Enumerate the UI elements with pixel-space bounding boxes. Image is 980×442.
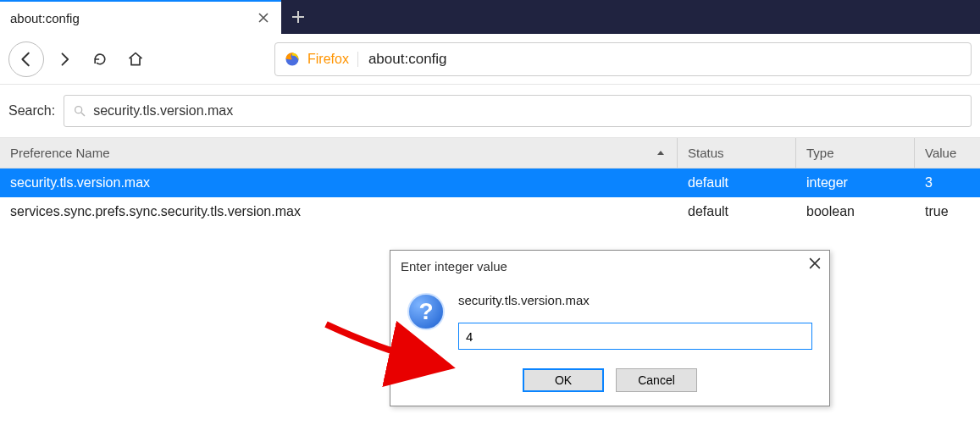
cell-name: services.sync.prefs.sync.security.tls.ve… bbox=[0, 204, 678, 219]
close-icon[interactable] bbox=[256, 10, 271, 25]
dialog-title-bar: Enter integer value bbox=[390, 251, 829, 281]
nav-toolbar: Firefox about:config bbox=[0, 34, 980, 85]
col-type[interactable]: Type bbox=[796, 138, 915, 168]
tab-title: about:config bbox=[10, 11, 256, 25]
close-icon[interactable] bbox=[809, 257, 821, 272]
ok-button[interactable]: OK bbox=[523, 368, 604, 392]
dialog-actions: OK Cancel bbox=[390, 356, 829, 406]
dialog-title: Enter integer value bbox=[401, 259, 507, 273]
dialog-pref-name: security.tls.version.max bbox=[458, 293, 812, 307]
cell-status: default bbox=[678, 204, 796, 219]
prefs-table-header: Preference Name Status Type Value bbox=[0, 138, 980, 169]
tab-active[interactable]: about:config bbox=[0, 0, 281, 34]
cell-value: true bbox=[915, 204, 980, 219]
table-row[interactable]: security.tls.version.max default integer… bbox=[0, 169, 980, 197]
firefox-icon bbox=[284, 51, 301, 68]
home-button[interactable] bbox=[120, 44, 151, 75]
forward-button[interactable] bbox=[49, 44, 80, 75]
cell-value: 3 bbox=[915, 175, 980, 191]
question-icon: ? bbox=[407, 293, 445, 330]
col-status[interactable]: Status bbox=[678, 138, 796, 168]
search-input[interactable]: security.tls.version.max bbox=[64, 95, 972, 127]
col-value[interactable]: Value bbox=[915, 138, 980, 168]
reload-button[interactable] bbox=[85, 44, 115, 75]
integer-value-dialog: Enter integer value ? security.tls.versi… bbox=[390, 250, 830, 406]
cell-type: integer bbox=[796, 175, 915, 191]
search-value: security.tls.version.max bbox=[93, 103, 233, 119]
urlbar-text: about:config bbox=[365, 51, 447, 68]
cancel-button[interactable]: Cancel bbox=[616, 368, 697, 392]
tab-strip: about:config bbox=[0, 0, 980, 34]
cell-name: security.tls.version.max bbox=[0, 175, 678, 191]
svg-point-1 bbox=[75, 107, 82, 113]
cell-status: default bbox=[678, 175, 796, 191]
urlbar-brand: Firefox bbox=[307, 52, 358, 67]
dialog-body: ? security.tls.version.max bbox=[390, 281, 829, 356]
cell-type: boolean bbox=[796, 204, 915, 219]
back-button[interactable] bbox=[8, 41, 44, 77]
dialog-value-input[interactable] bbox=[458, 323, 812, 350]
config-search-row: Search: security.tls.version.max bbox=[0, 85, 980, 138]
search-label: Search: bbox=[8, 103, 55, 119]
new-tab-button[interactable] bbox=[281, 0, 315, 34]
url-bar[interactable]: Firefox about:config bbox=[274, 42, 972, 76]
table-row[interactable]: services.sync.prefs.sync.security.tls.ve… bbox=[0, 197, 980, 226]
col-name[interactable]: Preference Name bbox=[0, 138, 678, 168]
search-icon bbox=[73, 104, 86, 118]
sort-asc-icon bbox=[656, 146, 665, 160]
